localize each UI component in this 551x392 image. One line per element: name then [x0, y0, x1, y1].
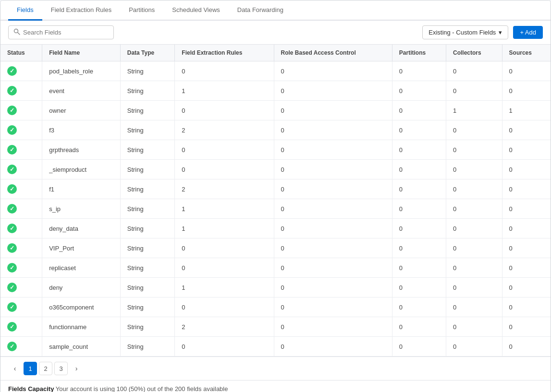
cell-status: ✓	[0, 258, 42, 278]
table-row: ✓ event String 1 0 0 0 0	[0, 81, 551, 101]
cell-sources: 0	[502, 219, 551, 238]
cell-fer: 0	[175, 160, 274, 179]
cell-collectors: 1	[446, 101, 502, 120]
status-active-icon: ✓	[7, 263, 17, 273]
col-header-field-name: Field Name	[42, 45, 121, 61]
cell-field-name: _siemproduct	[42, 160, 121, 179]
cell-collectors: 0	[446, 238, 502, 258]
tab-data-forwarding[interactable]: Data Forwarding	[229, 0, 292, 21]
toolbar: Existing - Custom Fields ▾ + Add	[0, 21, 551, 45]
add-button[interactable]: + Add	[513, 26, 543, 39]
cell-rbac: 0	[274, 337, 392, 356]
cell-partitions: 0	[392, 199, 446, 219]
cell-rbac: 0	[274, 278, 392, 297]
cell-status: ✓	[0, 179, 42, 199]
fields-capacity-label: Fields Capacity	[8, 385, 54, 392]
search-icon	[13, 28, 20, 36]
cell-partitions: 0	[392, 337, 446, 356]
cell-partitions: 0	[392, 179, 446, 199]
cell-rbac: 0	[274, 179, 392, 199]
cell-partitions: 0	[392, 258, 446, 278]
cell-data-type: String	[120, 219, 175, 238]
cell-field-name: owner	[42, 101, 121, 120]
cell-partitions: 0	[392, 219, 446, 238]
status-active-icon: ✓	[7, 243, 17, 253]
table-row: ✓ f3 String 2 0 0 0 0	[0, 120, 551, 140]
table-row: ✓ pod_labels_role String 0 0 0 0 0	[0, 61, 551, 81]
cell-sources: 0	[502, 278, 551, 297]
next-page-button[interactable]: ›	[70, 362, 83, 375]
cell-fer: 1	[175, 81, 274, 101]
cell-status: ✓	[0, 337, 42, 356]
cell-field-name: grpthreads	[42, 140, 121, 160]
tab-partitions[interactable]: Partitions	[120, 0, 163, 21]
cell-partitions: 0	[392, 101, 446, 120]
cell-field-name: replicaset	[42, 258, 121, 278]
page-2-button[interactable]: 2	[39, 362, 52, 375]
cell-rbac: 0	[274, 219, 392, 238]
cell-sources: 0	[502, 120, 551, 140]
status-active-icon: ✓	[7, 125, 17, 135]
cell-data-type: String	[120, 317, 175, 337]
cell-data-type: String	[120, 297, 175, 317]
tab-scheduled-views[interactable]: Scheduled Views	[163, 0, 229, 21]
cell-fer: 1	[175, 278, 274, 297]
status-active-icon: ✓	[7, 204, 17, 214]
cell-collectors: 0	[446, 219, 502, 238]
cell-sources: 0	[502, 179, 551, 199]
cell-status: ✓	[0, 140, 42, 160]
cell-field-name: deny_data	[42, 219, 121, 238]
cell-status: ✓	[0, 61, 42, 81]
tab-field-extraction-rules[interactable]: Field Extraction Rules	[42, 0, 120, 21]
footer-bar: Fields Capacity Your account is using 10…	[0, 380, 551, 392]
cell-data-type: String	[120, 258, 175, 278]
app-container: Fields Field Extraction Rules Partitions…	[0, 0, 551, 392]
status-active-icon: ✓	[7, 322, 17, 332]
cell-field-name: VIP_Port	[42, 238, 121, 258]
col-header-fer: Field Extraction Rules	[175, 45, 274, 61]
cell-fer: 0	[175, 61, 274, 81]
prev-page-button[interactable]: ‹	[8, 362, 22, 375]
cell-data-type: String	[120, 81, 175, 101]
cell-rbac: 0	[274, 120, 392, 140]
cell-sources: 0	[502, 297, 551, 317]
cell-status: ✓	[0, 278, 42, 297]
cell-partitions: 0	[392, 317, 446, 337]
cell-collectors: 0	[446, 337, 502, 356]
search-input[interactable]	[23, 29, 109, 36]
dropdown-label: Existing - Custom Fields	[429, 29, 496, 36]
status-active-icon: ✓	[7, 145, 17, 154]
cell-collectors: 0	[446, 81, 502, 101]
cell-partitions: 0	[392, 140, 446, 160]
table-header-row: Status Field Name Data Type Field Extrac…	[0, 45, 551, 61]
cell-status: ✓	[0, 297, 42, 317]
cell-field-name: sample_count	[42, 337, 121, 356]
cell-sources: 0	[502, 81, 551, 101]
table-row: ✓ VIP_Port String 0 0 0 0 0	[0, 238, 551, 258]
cell-collectors: 0	[446, 199, 502, 219]
search-box[interactable]	[8, 25, 114, 39]
cell-status: ✓	[0, 238, 42, 258]
cell-fer: 0	[175, 297, 274, 317]
col-header-sources: Sources	[502, 45, 551, 61]
page-1-button[interactable]: 1	[24, 362, 37, 375]
cell-data-type: String	[120, 199, 175, 219]
cell-sources: 0	[502, 160, 551, 179]
cell-status: ✓	[0, 160, 42, 179]
cell-data-type: String	[120, 278, 175, 297]
cell-collectors: 0	[446, 61, 502, 81]
status-active-icon: ✓	[7, 86, 17, 95]
cell-field-name: o365component	[42, 297, 121, 317]
cell-field-name: functionname	[42, 317, 121, 337]
page-3-button[interactable]: 3	[54, 362, 68, 375]
existing-custom-fields-dropdown[interactable]: Existing - Custom Fields ▾	[422, 25, 508, 39]
cell-rbac: 0	[274, 297, 392, 317]
table-row: ✓ s_ip String 1 0 0 0 0	[0, 199, 551, 219]
status-active-icon: ✓	[7, 184, 17, 194]
tab-fields[interactable]: Fields	[8, 0, 42, 21]
cell-field-name: pod_labels_role	[42, 61, 121, 81]
cell-fer: 0	[175, 238, 274, 258]
cell-collectors: 0	[446, 317, 502, 337]
table-row: ✓ o365component String 0 0 0 0 0	[0, 297, 551, 317]
table-row: ✓ owner String 0 0 0 1 1	[0, 101, 551, 120]
